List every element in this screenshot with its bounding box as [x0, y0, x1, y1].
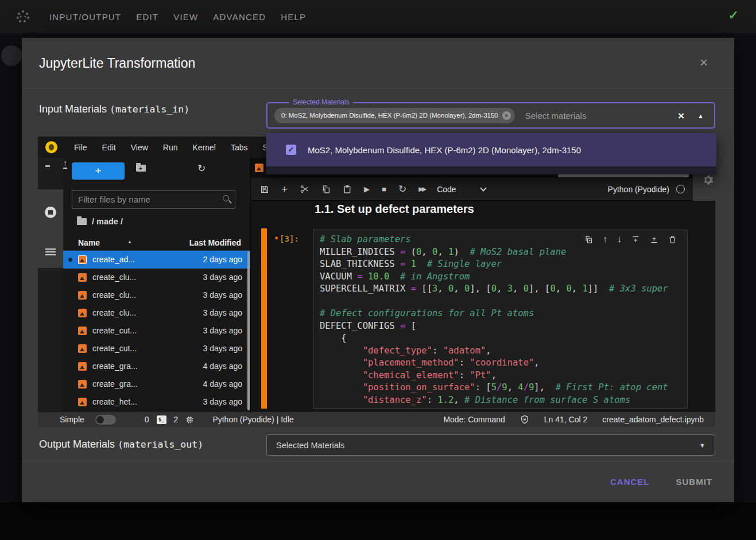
file-row[interactable]: create_cut...3 days ago [63, 340, 250, 358]
shield-x-icon[interactable] [520, 415, 529, 424]
input-materials-variable: (materials_in) [110, 104, 189, 115]
cell-run-dot: • [274, 234, 279, 244]
file-name: create_clu... [92, 273, 136, 282]
table-of-contents-tab-icon[interactable] [45, 248, 56, 256]
file-row[interactable]: create_gra...4 days ago [63, 375, 250, 393]
app-menu-item-view[interactable]: VIEW [173, 12, 198, 22]
notebook-file-icon [78, 327, 87, 335]
kernel-status-text[interactable]: Python (Pyodide) | Idle [212, 415, 293, 424]
kernel-status-icon[interactable] [676, 185, 685, 193]
duplicate-cell-icon[interactable] [584, 235, 593, 244]
folder-icon [77, 218, 87, 225]
active-filename[interactable]: create_adatom_defect.ipynb [602, 415, 704, 424]
check-icon[interactable]: ✓ [728, 8, 739, 23]
code-cell-editor[interactable]: # Slab parametersMILLER_INDICES = (0, 0,… [313, 230, 688, 409]
input-materials-select[interactable]: Selected Materials 0: MoS2, Molybdenum D… [266, 102, 715, 129]
insert-cell-above-icon[interactable] [631, 235, 640, 244]
restart-run-all-icon[interactable]: ▶▶ [418, 185, 425, 193]
insert-cell-below-icon[interactable] [650, 235, 658, 244]
file-row[interactable]: create_ad...2 days ago [63, 251, 250, 269]
floating-handle-button[interactable] [1, 45, 22, 66]
file-row[interactable]: create_clu...3 days ago [63, 304, 250, 322]
jupyter-menu-item-run[interactable]: Run [156, 143, 185, 152]
file-list-header[interactable]: Name ▲ Last Modified [63, 235, 250, 251]
upload-icon[interactable]: ↑ [63, 158, 67, 169]
clear-selection-icon[interactable]: × [678, 110, 684, 122]
code-lines: # Slab parametersMILLER_INDICES = (0, 0,… [320, 234, 687, 406]
output-materials-select[interactable]: Selected Materials ▼ [266, 434, 715, 456]
cursor-position[interactable]: Ln 41, Col 2 [544, 415, 588, 424]
select-floating-label: Selected Materials [289, 98, 353, 106]
terminal-icon: $_ [157, 415, 166, 424]
selected-material-chip[interactable]: 0: MoS2, Molybdenum Disulfide, HEX (P-6m… [274, 108, 515, 123]
delete-cell-icon[interactable] [668, 235, 677, 244]
cell-prompt: •[3]: [274, 234, 299, 244]
simple-mode-toggle[interactable] [95, 415, 116, 425]
jupyter-menu-item-tabs[interactable]: Tabs [223, 143, 255, 152]
new-folder-icon[interactable]: + [136, 165, 146, 172]
app-menu-item-advanced[interactable]: ADVANCED [213, 12, 266, 22]
chip-delete-icon[interactable]: × [502, 111, 511, 120]
chevron-down-icon: ▼ [699, 442, 705, 449]
kernel-name[interactable]: Python (Pyodide) [608, 185, 669, 194]
file-modified: 3 days ago [203, 273, 243, 282]
mode-indicator[interactable]: Mode: Command [443, 415, 505, 424]
checked-checkbox[interactable]: ✓ [286, 145, 296, 155]
file-name: create_clu... [92, 308, 136, 317]
app-menu-item-edit[interactable]: EDIT [136, 12, 158, 22]
paste-icon[interactable] [343, 185, 352, 194]
dialog-header: JupyterLite Transformation × [22, 38, 734, 88]
jupyter-menu-item-edit[interactable]: Edit [95, 143, 123, 152]
stop-icon[interactable]: ■ [382, 185, 386, 193]
kernel-chip-icon [185, 415, 194, 424]
file-row[interactable]: create_het...3 days ago [63, 393, 250, 411]
breadcrumb[interactable]: / made / [77, 217, 123, 226]
close-icon[interactable]: × [700, 55, 708, 71]
file-row[interactable]: create_gra...4 days ago [63, 358, 250, 375]
file-row[interactable]: create_clu...3 days ago [63, 269, 250, 286]
notebook-file-icon [78, 309, 87, 317]
jupyter-menu-item-file[interactable]: File [67, 143, 95, 152]
new-launcher-button[interactable]: + [72, 162, 125, 180]
move-cell-up-icon[interactable]: ↑ [603, 234, 607, 244]
move-cell-down-icon[interactable]: ↓ [617, 234, 622, 244]
activity-highlight [38, 189, 63, 268]
notebook-file-icon [78, 291, 87, 300]
chevron-down-icon[interactable] [480, 185, 486, 191]
jupyter-menu-item-view[interactable]: View [123, 143, 156, 152]
app-menu-item-help[interactable]: HELP [281, 12, 306, 22]
jupyterlite-logo-icon [45, 141, 57, 153]
jupyter-activity-bar [38, 158, 63, 411]
file-name: create_clu... [92, 290, 136, 300]
notebook-tab-icon[interactable] [255, 164, 263, 172]
run-icon[interactable]: ▶ [364, 185, 370, 193]
jupyter-menu-item-kernel[interactable]: Kernel [185, 143, 223, 152]
submit-button[interactable]: SUBMIT [676, 477, 713, 487]
select-placeholder: Select materials [525, 111, 587, 121]
filter-files-input[interactable]: Filter files by name [72, 190, 235, 209]
column-last-modified[interactable]: Last Modified [189, 238, 241, 247]
cancel-button[interactable]: CANCEL [610, 477, 650, 487]
cell-type-select[interactable]: Code [437, 185, 456, 194]
chevron-up-icon[interactable]: ▲ [697, 112, 704, 119]
notebook-file-icon [78, 255, 87, 264]
column-name[interactable]: Name [78, 238, 100, 247]
copy-icon[interactable] [321, 185, 331, 194]
insert-cell-icon[interactable]: + [281, 183, 288, 196]
cell-toolbar: ↑ ↓ [584, 234, 677, 244]
restart-kernel-icon[interactable]: ↻ [398, 183, 406, 195]
save-icon[interactable] [260, 185, 269, 194]
file-row[interactable]: create_cut...3 days ago [63, 322, 250, 340]
terminals-count[interactable]: 0 [145, 415, 149, 424]
material-option[interactable]: ✓ MoS2, Molybdenum Disulfide, HEX (P-6m2… [266, 133, 716, 166]
file-list-scrollbar[interactable] [247, 251, 250, 410]
kernels-count[interactable]: 2 [174, 415, 179, 424]
running-kernels-tab-icon[interactable] [45, 207, 56, 218]
app-logo-icon[interactable] [16, 10, 30, 24]
cut-icon[interactable] [300, 184, 309, 194]
file-row[interactable]: create_clu...3 days ago [63, 286, 250, 304]
cell-collapser-bar[interactable] [261, 228, 267, 409]
app-menu-item-input-output[interactable]: INPUT/OUTPUT [49, 12, 121, 22]
refresh-icon[interactable]: ↻ [197, 162, 206, 174]
gear-icon[interactable] [703, 174, 714, 185]
